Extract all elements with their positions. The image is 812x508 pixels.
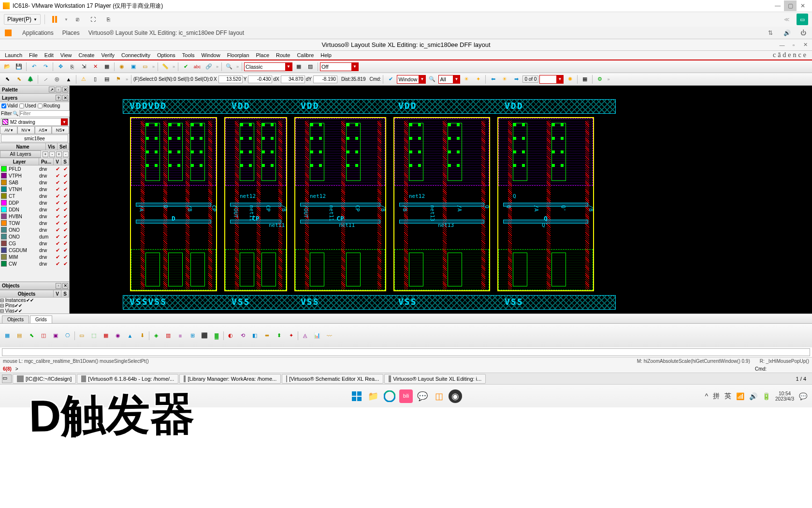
object-row[interactable]: ⊟ Pins✔✔ bbox=[0, 303, 69, 308]
btm-tool-5[interactable]: ⎔ bbox=[62, 331, 73, 341]
tree-icon[interactable]: 🌲 bbox=[25, 75, 36, 84]
used-check[interactable]: Used bbox=[19, 103, 36, 108]
layout-canvas[interactable]: VDDVDDVDDVDDVDDVDDVSSVSSVSSVSSVSSVSSD/AD… bbox=[70, 86, 812, 314]
btm-tool-1[interactable]: ▤ bbox=[14, 331, 25, 341]
btm-tool-6[interactable]: ▭ bbox=[76, 331, 87, 341]
btm-tool-12[interactable]: ◈ bbox=[151, 331, 161, 341]
wechat-icon[interactable]: 💬 bbox=[416, 389, 429, 403]
pause-button[interactable] bbox=[49, 14, 60, 25]
ws-load-icon[interactable]: ▨ bbox=[305, 62, 316, 72]
menu-verify[interactable]: Verify bbox=[98, 51, 117, 59]
btm-tool-25[interactable]: 📊 bbox=[312, 331, 322, 341]
btm-tool-18[interactable]: ◐ bbox=[225, 331, 236, 341]
select-icon[interactable]: ⬉ bbox=[2, 75, 13, 84]
menu-view[interactable]: View bbox=[58, 51, 75, 59]
ws-save-icon[interactable]: ▦ bbox=[293, 62, 304, 72]
layer-row[interactable]: VTNHdrw✔✔ bbox=[0, 186, 69, 193]
layer-row[interactable]: MIMdrw✔✔ bbox=[0, 254, 69, 260]
ns-button[interactable]: NS▾ bbox=[52, 126, 69, 134]
btm-tool-0[interactable]: ▦ bbox=[2, 331, 13, 341]
link-icon[interactable]: 🔗 bbox=[203, 62, 214, 72]
wifi-icon[interactable]: 📶 bbox=[736, 392, 744, 400]
menu-route[interactable]: Route bbox=[273, 51, 293, 59]
vmware-minimize[interactable]: — bbox=[771, 0, 784, 11]
undo-icon[interactable]: ↶ bbox=[29, 62, 39, 72]
btm-tool-20[interactable]: ◧ bbox=[249, 331, 260, 341]
all-layers-button[interactable]: All Layers bbox=[0, 150, 41, 158]
redo-icon[interactable]: ↷ bbox=[40, 62, 51, 72]
copy-icon[interactable]: ⎘ bbox=[67, 62, 77, 72]
dy-coord[interactable] bbox=[313, 75, 337, 83]
menu-file[interactable]: File bbox=[26, 51, 41, 59]
active-window-title[interactable]: Virtuoso® Layout Suite XL Editing: ic_sm… bbox=[88, 30, 244, 36]
layer-row[interactable]: SABdrw✔✔ bbox=[0, 179, 69, 186]
col-s[interactable]: S bbox=[61, 158, 69, 165]
send-cad-icon[interactable]: ⎚ bbox=[72, 14, 84, 25]
warn-icon[interactable]: ⚠ bbox=[78, 75, 89, 84]
dx-coord[interactable] bbox=[281, 75, 305, 83]
obj-close[interactable]: ✕ bbox=[62, 283, 68, 289]
task-4[interactable]: Virtuoso® Layout Suite XL Editing: i... bbox=[384, 374, 486, 384]
layer-row[interactable]: HVBNdrw✔✔ bbox=[0, 213, 69, 220]
av-button[interactable]: AV▾ bbox=[0, 126, 17, 134]
layer-row[interactable]: DDNdrw✔✔ bbox=[0, 206, 69, 213]
btm-tool-26[interactable]: 〰 bbox=[324, 331, 334, 341]
next-icon[interactable]: ➡ bbox=[511, 75, 522, 84]
info-icon[interactable]: ▭ bbox=[797, 14, 808, 25]
wire-icon[interactable]: ▭ bbox=[140, 62, 150, 72]
fullscreen-icon[interactable]: ⛶ bbox=[87, 14, 99, 25]
menu-create[interactable]: Create bbox=[75, 51, 97, 59]
show-desktop-icon[interactable]: ▭ bbox=[2, 374, 12, 383]
menu-window[interactable]: Window bbox=[199, 51, 223, 59]
player-menu[interactable]: Player(P)▼ bbox=[4, 14, 41, 25]
prop-icon[interactable]: ◉ bbox=[116, 62, 127, 72]
palette-close[interactable]: ✕ bbox=[62, 87, 68, 92]
vmware-maximize[interactable]: ▢ bbox=[784, 0, 797, 11]
btm-tool-10[interactable]: ▲ bbox=[125, 331, 135, 341]
align-icon[interactable]: ▦ bbox=[102, 62, 112, 72]
ocol-v[interactable]: V bbox=[54, 290, 61, 297]
path-icon[interactable]: ⟋ bbox=[40, 75, 51, 84]
ruler-icon[interactable]: 📏 bbox=[160, 62, 171, 72]
btm-tool-23[interactable]: ✦ bbox=[286, 331, 296, 341]
ocol-obj[interactable]: Objects bbox=[0, 290, 54, 297]
obj-opt[interactable]: ▫ bbox=[56, 283, 61, 289]
btm-tool-9[interactable]: ◉ bbox=[113, 331, 123, 341]
db-icon[interactable]: ▯ bbox=[90, 75, 101, 84]
tray-chevron-icon[interactable]: ^ bbox=[705, 392, 708, 400]
delete-icon[interactable]: ✕ bbox=[90, 62, 101, 72]
open-icon[interactable]: 📂 bbox=[2, 62, 13, 72]
btm-tool-8[interactable]: ▦ bbox=[101, 331, 111, 341]
menu-place[interactable]: Place bbox=[253, 51, 273, 59]
btm-tool-24[interactable]: ◬ bbox=[300, 331, 310, 341]
grid-icon[interactable]: ▦ bbox=[580, 75, 590, 84]
ocol-s[interactable]: S bbox=[61, 290, 69, 297]
vmware-close[interactable]: ✕ bbox=[797, 0, 809, 11]
col-vis[interactable]: Vis bbox=[46, 143, 58, 150]
layer-row[interactable]: CTdrw✔✔ bbox=[0, 193, 69, 199]
btm-tool-7[interactable]: ⬚ bbox=[88, 331, 99, 341]
current-layer-select[interactable]: M2 drawing▼ bbox=[1, 118, 68, 126]
sun3-icon[interactable]: ✺ bbox=[565, 75, 575, 84]
report-icon[interactable]: ▤ bbox=[102, 75, 112, 84]
menu-connectivity[interactable]: Connectivity bbox=[118, 51, 153, 59]
layers-close[interactable]: ✕ bbox=[62, 95, 68, 101]
cadence-maximize[interactable]: ▫ bbox=[789, 41, 798, 49]
layer-row[interactable]: PFLDdrw✔✔ bbox=[0, 165, 69, 172]
btm-tool-16[interactable]: ⬛ bbox=[199, 331, 210, 341]
all-select[interactable]: All▼ bbox=[438, 75, 460, 84]
btm-tool-13[interactable]: ▥ bbox=[163, 331, 174, 341]
vis-minus[interactable]: - bbox=[49, 151, 55, 157]
highlight-icon[interactable]: ⬉ bbox=[14, 75, 24, 84]
menu-tools[interactable]: Tools bbox=[179, 51, 198, 59]
notif-icon[interactable]: 💬 bbox=[799, 392, 807, 400]
zoom-icon[interactable]: 🔍 bbox=[224, 62, 234, 72]
command-line[interactable] bbox=[2, 348, 810, 356]
btm-tool-17[interactable]: ▓ bbox=[211, 331, 222, 341]
sel-minus[interactable]: - bbox=[63, 151, 69, 157]
object-row[interactable]: ⊟ Instances✔✔ bbox=[0, 298, 69, 303]
sun2-icon[interactable]: ☀ bbox=[499, 75, 510, 84]
btm-tool-2[interactable]: ⬉ bbox=[26, 331, 37, 341]
target-icon[interactable]: ◎ bbox=[52, 75, 62, 84]
flag-icon[interactable]: ⚑ bbox=[113, 75, 124, 84]
